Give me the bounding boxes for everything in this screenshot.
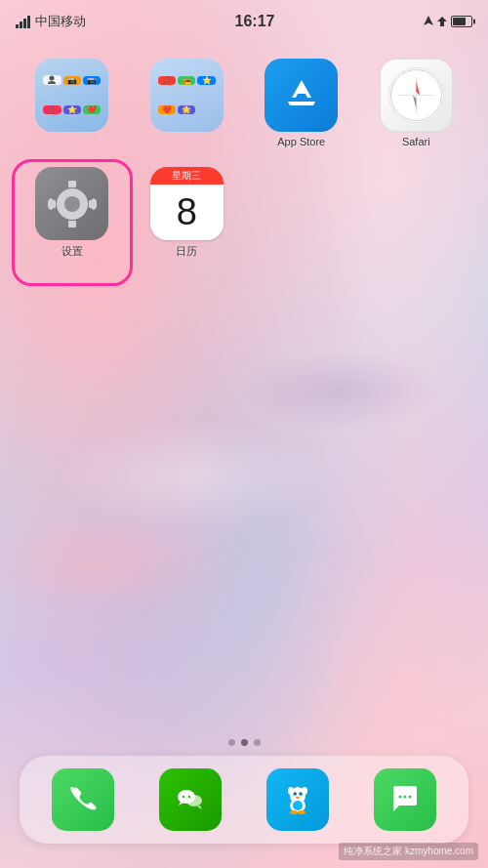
page-dot-1[interactable] [228, 739, 235, 746]
safari-icon[interactable] [380, 59, 453, 132]
activity-icon [437, 17, 447, 26]
svg-rect-1 [20, 21, 22, 28]
dock-messages[interactable] [374, 768, 436, 831]
app-grid: 📸 📷 🎵 ⭐ ❤️ 🎵 📻 ⭐ ❤️ 🌟 [0, 49, 488, 269]
status-bar: 中国移动 16:17 [0, 0, 488, 43]
wechat-icon [175, 784, 206, 815]
safari-label: Safari [402, 136, 430, 147]
mini-app2-3: ⭐ [197, 76, 215, 85]
svg-point-37 [399, 796, 402, 799]
messages-icon [389, 784, 421, 815]
mini-app-3: 📷 [83, 76, 101, 85]
svg-point-29 [301, 793, 303, 795]
app-folder2[interactable]: 🎵 📻 ⭐ ❤️ 🌟 [135, 59, 240, 147]
page-dot-3[interactable] [254, 739, 261, 746]
mini-app-2: 📸 [63, 76, 81, 85]
status-icons [424, 16, 472, 28]
qq-icon [282, 784, 313, 815]
svg-rect-0 [16, 24, 19, 28]
svg-point-23 [183, 796, 184, 798]
mini-app-4: 🎵 [43, 105, 61, 114]
svg-rect-11 [68, 181, 76, 187]
empty-slot-1 [249, 167, 354, 259]
mini-app-5: ⭐ [63, 105, 81, 114]
settings-label: 设置 [61, 244, 83, 259]
svg-point-30 [296, 797, 300, 799]
calendar-weekday: 星期三 [150, 167, 224, 185]
location-icon [424, 16, 433, 28]
calendar-icon[interactable]: 星期三 8 [150, 167, 224, 240]
dock-wechat[interactable] [159, 768, 222, 831]
gear-svg [48, 180, 97, 228]
watermark: 纯净系统之家 kzmyhome.com [339, 843, 478, 860]
dock-phone[interactable] [52, 768, 114, 831]
mini-app-1 [43, 75, 61, 85]
signal-icon [16, 16, 31, 28]
status-time: 16:17 [235, 13, 275, 30]
svg-point-34 [293, 801, 303, 810]
app-appstore[interactable]: App Store [249, 59, 354, 147]
svg-point-35 [290, 810, 298, 814]
svg-point-32 [302, 787, 307, 795]
app-calendar[interactable]: 星期三 8 日历 [135, 167, 240, 259]
app-settings[interactable]: 设置 [20, 167, 125, 259]
status-carrier: 中国移动 [16, 13, 86, 30]
calendar-day: 8 [177, 185, 197, 240]
safari-svg [385, 63, 448, 127]
svg-point-38 [404, 796, 407, 799]
folder2-icon[interactable]: 🎵 📻 ⭐ ❤️ 🌟 [150, 59, 224, 132]
mini-app2-1: 🎵 [158, 76, 176, 85]
svg-rect-12 [68, 221, 76, 227]
appstore-icon[interactable] [264, 59, 338, 132]
app-folder1[interactable]: 📸 📷 🎵 ⭐ ❤️ [20, 59, 125, 147]
mini-app2-2: 📻 [178, 76, 195, 85]
calendar-label: 日历 [176, 244, 197, 259]
page-dot-2[interactable] [241, 739, 248, 746]
battery-icon [451, 16, 472, 27]
watermark-domain: kzmyhome.com [405, 846, 473, 856]
svg-point-36 [298, 810, 305, 814]
watermark-text: 纯净系统之家 [344, 846, 402, 856]
folder1-icon[interactable]: 📸 📷 🎵 ⭐ ❤️ [35, 59, 108, 132]
carrier-text: 中国移动 [35, 13, 86, 30]
svg-point-28 [295, 793, 297, 795]
mini-app-6: ❤️ [83, 105, 101, 114]
svg-rect-3 [27, 16, 30, 28]
app-safari[interactable]: Safari [364, 59, 469, 147]
svg-point-20 [64, 196, 80, 212]
svg-point-39 [409, 796, 412, 799]
mini-app2-5: 🌟 [178, 105, 195, 114]
phone-icon [67, 784, 99, 815]
appstore-svg [280, 74, 323, 117]
appstore-label: App Store [277, 136, 325, 147]
svg-point-24 [188, 796, 190, 798]
empty-slot-2 [364, 167, 469, 259]
svg-rect-2 [23, 19, 26, 28]
svg-point-31 [288, 787, 294, 795]
mini-app2-4: ❤️ [158, 105, 176, 114]
dock-qq[interactable] [266, 768, 329, 831]
settings-icon[interactable] [35, 167, 108, 240]
dock [20, 756, 468, 844]
svg-point-4 [50, 76, 55, 81]
page-dots [0, 739, 488, 746]
